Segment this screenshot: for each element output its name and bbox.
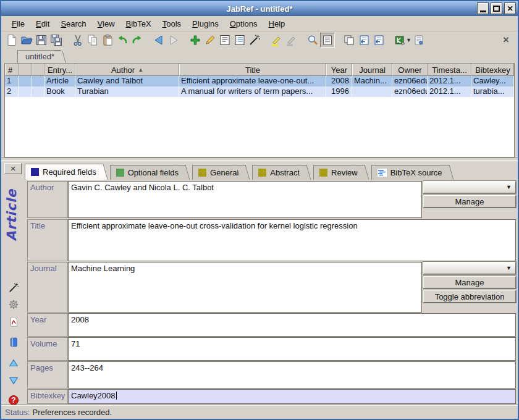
open-file-button[interactable] — [7, 336, 20, 348]
new-entry-button[interactable] — [188, 33, 203, 48]
edit-preamble-button[interactable] — [217, 33, 232, 48]
close-sidepane-icon: ✕ — [503, 35, 510, 44]
write-xmp-button[interactable] — [7, 316, 20, 328]
database-tabstrip: untitled* — [1, 49, 518, 63]
table-row[interactable]: 1 Article Cawley and Talbot Efficient ap… — [5, 76, 514, 86]
save-database-button[interactable] — [34, 33, 49, 48]
push-to-application-button[interactable] — [357, 33, 371, 48]
previous-entry-icon — [8, 358, 19, 369]
close-sidepane-button[interactable]: ✕ — [500, 34, 512, 45]
chevron-down-icon: ▼ — [506, 265, 512, 271]
bibtexkey-field[interactable]: Cawley2008 — [68, 389, 516, 404]
open-database-icon — [20, 34, 33, 46]
close-button[interactable]: ✕ — [504, 2, 516, 14]
col-icon-2[interactable] — [32, 64, 44, 76]
col-icon-1[interactable] — [19, 64, 32, 76]
author-field[interactable]: Gavin C. Cawley and Nicola L. C. Talbot — [68, 181, 422, 218]
paste-button[interactable] — [100, 33, 115, 48]
search-button[interactable] — [305, 33, 320, 48]
col-year[interactable]: Year — [326, 64, 352, 76]
save-all-button[interactable] — [49, 33, 64, 48]
author-manage-button[interactable]: Manage — [423, 195, 516, 208]
author-name-format-select[interactable]: ▼ — [423, 181, 516, 193]
forward-button[interactable] — [166, 33, 181, 48]
push-dropdown-arrow-icon[interactable]: ▼ — [406, 37, 411, 43]
save-all-icon — [50, 34, 62, 46]
database-tab-label: untitled* — [25, 52, 54, 61]
open-database-button[interactable] — [19, 33, 34, 48]
volume-field[interactable]: 71 — [68, 337, 516, 361]
cleanup-wand-button[interactable] — [247, 33, 262, 48]
col-number[interactable]: # — [5, 64, 19, 76]
push-to-lyx-icon — [394, 34, 407, 46]
year-field[interactable]: 2008 — [68, 313, 516, 337]
autoset-button[interactable] — [7, 298, 20, 311]
tab-abstract[interactable]: Abstract — [252, 165, 305, 180]
paste-icon — [101, 34, 114, 46]
help-icon: ? — [9, 395, 19, 405]
optional-fields-icon — [116, 169, 124, 177]
tab-required-fields[interactable]: Required fields — [25, 164, 101, 180]
col-journal[interactable]: Journal — [352, 64, 392, 76]
edit-entry-button[interactable] — [203, 33, 217, 48]
push-to-application-2-button[interactable] — [371, 33, 386, 48]
toggle-abbreviation-button[interactable]: Toggle abbreviation — [423, 290, 516, 303]
tab-bibtex-source[interactable]: BibTeX source — [371, 165, 447, 180]
edit-strings-button[interactable] — [232, 33, 247, 48]
cut-button[interactable] — [70, 33, 85, 48]
col-author[interactable]: Author▲ — [75, 64, 179, 76]
new-database-icon — [6, 34, 18, 46]
window-title: JabRef - untitled* — [1, 4, 518, 14]
unmark-entries-button[interactable] — [284, 33, 298, 48]
maximize-button[interactable] — [491, 2, 502, 14]
open-in-writer-button[interactable] — [411, 33, 426, 48]
menu-help[interactable]: Help — [263, 18, 291, 30]
menu-options[interactable]: Options — [224, 18, 263, 30]
redo-button[interactable] — [130, 33, 145, 48]
new-database-button[interactable] — [4, 33, 19, 48]
push-to-application-icon — [358, 34, 370, 46]
menu-plugins[interactable]: Plugins — [187, 18, 224, 30]
tab-general[interactable]: General — [192, 165, 243, 180]
tab-review[interactable]: Review — [313, 165, 363, 180]
title-bar[interactable]: JabRef - untitled* ✕ — [1, 1, 518, 16]
journal-select[interactable]: ▼ — [423, 262, 516, 274]
toggle-groups-button[interactable] — [320, 33, 335, 48]
volume-row: Volume 71 — [27, 337, 516, 361]
menu-edit[interactable]: Edit — [30, 18, 55, 30]
back-button[interactable] — [151, 33, 166, 48]
journal-field[interactable]: Machine Learning — [68, 262, 422, 313]
col-title[interactable]: Title — [179, 64, 326, 76]
menu-view[interactable]: View — [92, 18, 120, 30]
mark-entries-button[interactable] — [269, 33, 284, 48]
bibtexkey-label: Bibtexkey — [27, 389, 68, 404]
copy-button[interactable] — [85, 33, 100, 48]
pages-row: Pages 243--264 — [27, 361, 516, 388]
journal-manage-button[interactable]: Manage — [423, 276, 516, 288]
entry-editor: ✕ Required fields Optional fields Genera… — [1, 160, 518, 405]
title-field[interactable]: Efficient approximate leave-one-out cros… — [68, 219, 516, 261]
col-owner[interactable]: Owner — [392, 64, 428, 76]
unmark-entries-icon — [285, 34, 297, 46]
col-bibtexkey[interactable]: Bibtexkey — [471, 64, 514, 76]
menu-bibtex[interactable]: BibTeX — [120, 18, 157, 30]
menu-search[interactable]: Search — [55, 18, 91, 30]
year-label: Year — [27, 313, 68, 337]
tab-optional-fields[interactable]: Optional fields — [110, 165, 184, 180]
copy-citation-button[interactable] — [342, 33, 357, 48]
minimize-button[interactable] — [477, 2, 489, 14]
table-row[interactable]: 2 Book Turabian A manual for writers of … — [5, 86, 514, 97]
undo-button[interactable] — [115, 33, 130, 48]
menu-file[interactable]: File — [6, 18, 30, 30]
generate-key-button[interactable] — [7, 282, 20, 294]
col-timestamp[interactable]: Timesta... — [428, 64, 471, 76]
previous-entry-button[interactable] — [7, 357, 20, 369]
col-entrytype[interactable]: Entry... — [44, 64, 75, 76]
database-tab-untitled[interactable]: untitled* — [17, 50, 61, 63]
year-row: Year 2008 — [27, 313, 516, 337]
push-to-application-2-icon — [373, 34, 385, 46]
menu-tools[interactable]: Tools — [157, 18, 187, 30]
next-entry-button[interactable] — [7, 374, 20, 387]
chevron-down-icon: ▼ — [506, 184, 512, 190]
pages-field[interactable]: 243--264 — [68, 361, 516, 388]
